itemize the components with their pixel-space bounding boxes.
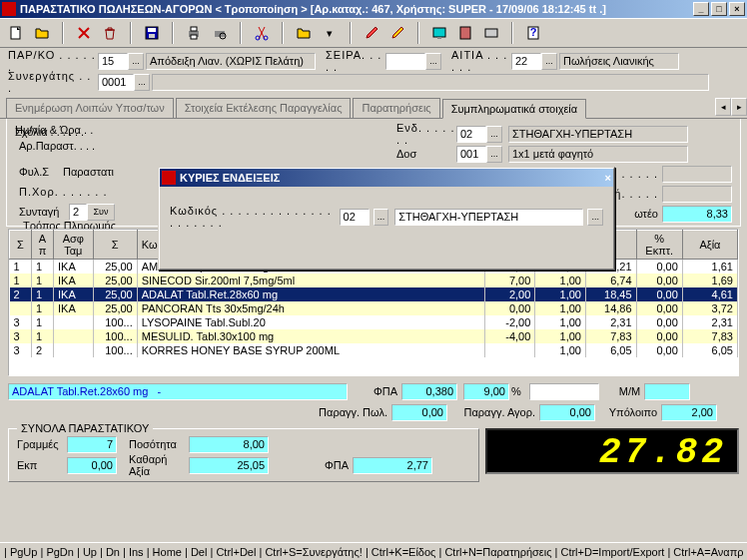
tab-paratiriseis[interactable]: Παρατηρήσεις: [353, 98, 439, 118]
fyls-label: Φυλ.Σ: [19, 166, 55, 178]
modal-close-button[interactable]: ×: [605, 172, 611, 184]
window-titlebar: ΠΑΡΑΣΤΑΤΙΚΟ ΠΩΛΗΣΕΩΝ-ΑΓΟΡΩΝ < Τροποποίησ…: [0, 0, 747, 18]
svg-rect-11: [433, 28, 445, 37]
fpa-field: [401, 383, 457, 400]
modal-kodikos-desc[interactable]: [394, 209, 583, 226]
svg-rect-13: [460, 27, 470, 39]
col-s[interactable]: Σ: [10, 231, 32, 260]
dos-label: Δοσ: [396, 148, 456, 160]
end-lookup-button[interactable]: ...: [486, 126, 502, 143]
paraga-label: Παραγγ. Αγορ.: [455, 406, 535, 418]
tab-bar: Ενημέρωση Λοιπών Υποσ/των Στοιχεία Εκτέλ…: [0, 98, 747, 119]
aitia-lookup-button[interactable]: ...: [541, 53, 557, 70]
kath-label: Καθαρή Αξία: [129, 453, 189, 477]
psi-field: [662, 166, 732, 183]
posotita-field: [189, 436, 269, 453]
paraga-field: [539, 404, 595, 421]
kath-field: [189, 457, 269, 474]
dropdown-button[interactable]: ▾: [318, 21, 342, 45]
selected-item: [8, 383, 348, 400]
grammes-field: [67, 436, 117, 453]
aitia-input[interactable]: [511, 53, 541, 70]
lcd-total: 27.82: [485, 428, 739, 474]
book-button[interactable]: [453, 21, 477, 45]
col-ap[interactable]: Α π: [32, 231, 54, 260]
tab-scroll-left[interactable]: ◂: [715, 98, 731, 116]
dos-desc: [508, 146, 688, 163]
svg-rect-2: [148, 28, 156, 32]
tab-symplirwmatika[interactable]: Συμπληρωματικά στοιχεία: [442, 99, 587, 119]
modal-kodikos-lookup2[interactable]: ...: [587, 209, 603, 226]
tab-stoixeia[interactable]: Στοιχεία Εκτέλεσης Παραγγελίας: [176, 98, 352, 118]
seira-input[interactable]: [385, 53, 425, 70]
fpa-label: ΦΠΑ: [368, 385, 397, 397]
table-row[interactable]: 1IKA25,00PANCORAN Tts 30x5mg/24h0,001,00…: [10, 301, 738, 315]
pct-sym: %: [511, 385, 521, 397]
delete-button[interactable]: [72, 21, 96, 45]
modal-kodikos-input[interactable]: [340, 209, 370, 226]
parko-input[interactable]: [98, 53, 128, 70]
help-button[interactable]: ?: [521, 21, 545, 45]
trash-button[interactable]: [98, 21, 122, 45]
tab-scroll-right[interactable]: ▸: [731, 98, 747, 116]
parko-lookup-button[interactable]: ...: [128, 53, 144, 70]
table-row[interactable]: 31100...MESULID. Tabl.30x100 mg-4,001,00…: [10, 329, 738, 343]
main-toolbar: ▾ ?: [0, 18, 747, 48]
status-bar: | PgUp | PgDn | Up | Dn | Ins | Home | D…: [0, 542, 747, 560]
seira-lookup-button[interactable]: ...: [425, 53, 441, 70]
col-ekpt[interactable]: % Εκπτ.: [636, 231, 682, 260]
maximize-button[interactable]: □: [711, 2, 727, 16]
oteo-label: ωτέο: [634, 208, 658, 220]
synerg-lookup-button[interactable]: ...: [134, 74, 150, 91]
tab-enimerwsi[interactable]: Ενημέρωση Λοιπών Υποσ/των: [6, 98, 174, 118]
synerg-input[interactable]: [98, 74, 134, 91]
aitia-label: ΑΙΤΙΑ . . . . . .: [451, 49, 511, 73]
table-row[interactable]: 11IKA25,00SINECOD Sir.200ml 7,5mg/5ml7,0…: [10, 274, 738, 287]
hmnia-label: Ημ/νία & Ώρα . .: [15, 124, 93, 136]
minimize-button[interactable]: _: [693, 2, 709, 16]
edit2-button[interactable]: [385, 21, 409, 45]
grammes-label: Γραμμές: [17, 438, 67, 450]
parko-desc: [146, 53, 316, 70]
edit-button[interactable]: [360, 21, 383, 45]
ekp-label: Εκπ: [17, 459, 67, 471]
new-button[interactable]: [4, 21, 28, 45]
pxor-label: Π.Χορ. . . . . . .: [19, 186, 109, 198]
folder-button[interactable]: [292, 21, 316, 45]
svg-rect-6: [191, 35, 197, 39]
open-button[interactable]: [30, 21, 54, 45]
synerg-desc: [152, 74, 709, 91]
svg-rect-5: [191, 27, 197, 31]
print-preview-button[interactable]: [208, 21, 232, 45]
app-icon: [2, 2, 16, 16]
save-button[interactable]: [140, 21, 164, 45]
table-row[interactable]: 32100...KORRES HONEY BASE SYRUP 200ML1,0…: [10, 343, 738, 357]
parastati-label: Παραστατι: [63, 166, 114, 178]
svg-rect-14: [485, 29, 497, 37]
cut-button[interactable]: [250, 21, 274, 45]
card-button[interactable]: [479, 21, 503, 45]
tot-fpa-field: [353, 457, 432, 474]
table-row[interactable]: 31100...LYSOPAINE Tabl.Subl.20-2,001,002…: [10, 315, 738, 329]
totals-title: ΣΥΝΟΛΑ ΠΑΡΑΣΤΑΤΙΚΟΥ: [17, 422, 153, 434]
col-asf[interactable]: Ασφ Ταμ: [54, 231, 94, 260]
mm-label: M/M: [619, 385, 640, 397]
svg-rect-12: [437, 37, 441, 39]
ypol-field: [661, 404, 717, 421]
blank-field[interactable]: [529, 383, 599, 400]
yrsi-field: [662, 186, 732, 203]
ypol-label: Υπόλοιπο: [603, 406, 657, 418]
print-button[interactable]: [182, 21, 206, 45]
svg-rect-3: [149, 34, 155, 38]
modal-icon: [162, 171, 176, 185]
end-input[interactable]: [456, 126, 486, 143]
screen-button[interactable]: [427, 21, 451, 45]
pct-field: [463, 383, 509, 400]
dos-input[interactable]: [456, 146, 486, 163]
col-s2[interactable]: Σ: [93, 231, 137, 260]
modal-kodikos-lookup[interactable]: ...: [374, 209, 389, 226]
table-row[interactable]: 21IKA25,00ADALAT Tabl.Ret.28x60 mg2,001,…: [10, 287, 738, 301]
dos-lookup-button[interactable]: ...: [486, 146, 502, 163]
col-axia[interactable]: Αξία: [682, 231, 737, 260]
close-button[interactable]: ×: [729, 2, 745, 16]
